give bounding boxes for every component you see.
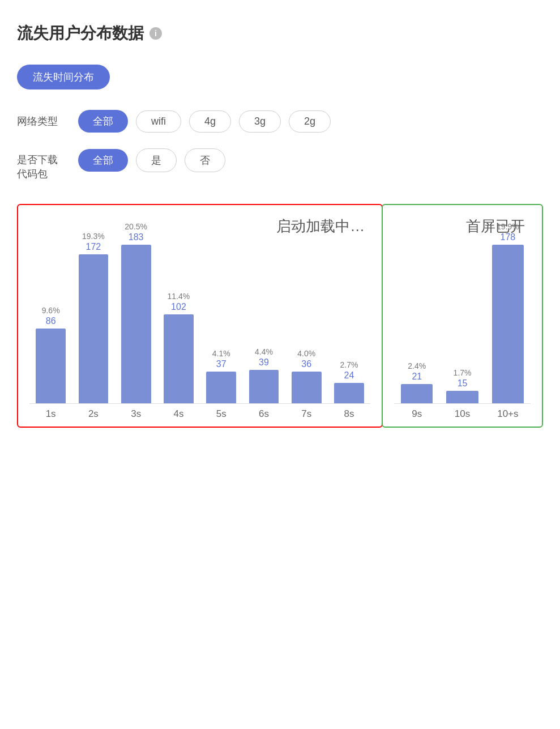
bar-percent: 11.4%	[168, 292, 190, 301]
download-filter-row: 是否下载代码包 全部 是 否	[17, 148, 543, 181]
bar-value-area: 4.1%37	[200, 216, 242, 403]
bar-rect	[164, 314, 194, 403]
bar-value-area: 4.0%36	[285, 216, 328, 403]
bar-percent: 19.9%	[497, 222, 519, 231]
bar-percent: 9.6%	[42, 306, 60, 315]
download-filter-label: 是否下载代码包	[17, 148, 68, 181]
tab-time-distribution[interactable]: 流失时间分布	[17, 65, 110, 89]
bar-percent: 4.0%	[297, 349, 315, 358]
bar-rect	[121, 245, 151, 403]
bar-value-area: 19.3%172	[72, 216, 114, 403]
bar-percent: 4.4%	[255, 347, 273, 356]
bar-count: 178	[500, 232, 515, 242]
bar-group: 20.5%183	[115, 216, 157, 403]
bar-rect	[446, 391, 478, 403]
network-option-3g[interactable]: 3g	[239, 110, 281, 133]
bar-value-area: 4.4%39	[242, 216, 285, 403]
network-filter-label: 网络类型	[17, 110, 68, 128]
x-axis-label: 4s	[157, 408, 200, 420]
bar-count: 172	[86, 242, 101, 252]
bar-group: 4.1%37	[200, 216, 242, 403]
bar-value-area: 2.4%21	[394, 216, 439, 403]
bar-value-area: 2.7%24	[328, 216, 370, 403]
network-filter-options: 全部 wifi 4g 3g 2g	[78, 110, 331, 133]
charts-container: 启动加载中… 9.6%8619.3%17220.5%18311.4%1024.1…	[17, 204, 543, 428]
x-axis-label: 7s	[285, 408, 328, 420]
info-icon[interactable]: i	[149, 27, 162, 40]
bar-group: 4.0%36	[285, 216, 328, 403]
bar-count: 36	[301, 359, 311, 369]
bar-value-area: 11.4%102	[157, 216, 200, 403]
bar-count: 86	[46, 316, 56, 326]
network-option-4g[interactable]: 4g	[189, 110, 231, 133]
page-title: 流失用户分布数据	[17, 23, 144, 44]
bar-value-area: 9.6%86	[29, 216, 72, 403]
x-axis-label: 10s	[439, 408, 485, 420]
x-axis-label: 9s	[394, 408, 439, 420]
bar-rect	[79, 254, 109, 403]
bar-count: 24	[344, 370, 354, 381]
chart2-x-axis: 9s10s10+s	[394, 403, 531, 427]
bar-rect	[36, 329, 66, 403]
bar-group: 1.7%15	[439, 216, 485, 403]
bar-rect	[492, 245, 524, 403]
download-filter-options: 全部 是 否	[78, 148, 225, 172]
bar-percent: 2.4%	[408, 361, 426, 370]
bar-rect	[401, 384, 433, 403]
bar-group: 11.4%102	[157, 216, 200, 403]
bar-group: 4.4%39	[242, 216, 285, 403]
download-filter-section: 是否下载代码包 全部 是 否	[17, 148, 543, 181]
bar-rect	[334, 383, 364, 403]
bar-count: 102	[171, 302, 186, 312]
chart-loading: 启动加载中… 9.6%8619.3%17220.5%18311.4%1024.1…	[17, 204, 383, 428]
chart1-x-axis: 1s2s3s4s5s6s7s8s	[29, 403, 370, 427]
network-option-all[interactable]: 全部	[78, 110, 128, 133]
bar-percent: 20.5%	[125, 222, 147, 231]
bar-rect	[249, 370, 279, 403]
bar-count: 183	[129, 232, 144, 242]
bar-group: 19.9%178	[485, 216, 531, 403]
bar-count: 39	[259, 357, 269, 368]
page-title-area: 流失用户分布数据 i	[17, 23, 543, 44]
x-axis-label: 6s	[242, 408, 285, 420]
tab-bar: 流失时间分布	[17, 65, 543, 89]
bar-percent: 4.1%	[212, 349, 230, 358]
bar-rect	[292, 372, 322, 403]
network-option-wifi[interactable]: wifi	[136, 110, 181, 133]
x-axis-label: 10+s	[485, 408, 531, 420]
bar-count: 15	[458, 378, 468, 389]
bar-group: 9.6%86	[29, 216, 72, 403]
bar-percent: 2.7%	[340, 360, 358, 369]
bar-percent: 19.3%	[82, 232, 105, 241]
bar-percent: 1.7%	[454, 368, 472, 377]
bar-count: 21	[412, 372, 422, 382]
bar-rect	[206, 372, 236, 403]
x-axis-label: 2s	[72, 408, 114, 420]
bar-group: 2.4%21	[394, 216, 439, 403]
bar-group: 2.7%24	[328, 216, 370, 403]
network-filter-row: 网络类型 全部 wifi 4g 3g 2g	[17, 110, 543, 133]
bar-value-area: 19.9%178	[485, 216, 531, 403]
download-option-all[interactable]: 全部	[78, 149, 128, 172]
x-axis-label: 5s	[200, 408, 242, 420]
download-option-no[interactable]: 否	[185, 148, 225, 172]
x-axis-label: 1s	[29, 408, 72, 420]
bar-value-area: 20.5%183	[115, 216, 157, 403]
bar-group: 19.3%172	[72, 216, 114, 403]
bar-count: 37	[216, 359, 226, 369]
network-option-2g[interactable]: 2g	[289, 110, 331, 133]
chart1-bars-area: 9.6%8619.3%17220.5%18311.4%1024.1%374.4%…	[29, 216, 370, 403]
network-filter-section: 网络类型 全部 wifi 4g 3g 2g	[17, 110, 543, 133]
x-axis-label: 3s	[115, 408, 157, 420]
download-option-yes[interactable]: 是	[136, 148, 177, 172]
chart-first-screen: 首屏已开 2.4%211.7%1519.9%178 9s10s10+s	[382, 204, 543, 428]
x-axis-label: 8s	[328, 408, 370, 420]
bar-value-area: 1.7%15	[439, 216, 485, 403]
chart2-bars-area: 2.4%211.7%1519.9%178	[394, 216, 531, 403]
